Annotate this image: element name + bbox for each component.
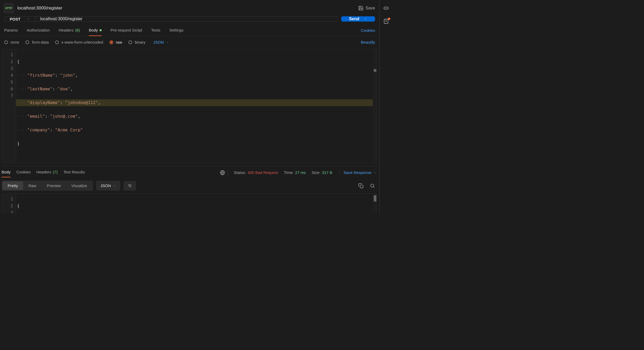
time-value: 27 ms (295, 170, 306, 175)
view-raw[interactable]: Raw (23, 181, 41, 190)
view-visualize[interactable]: Visualize (66, 181, 92, 190)
tab-pre-request[interactable]: Pre-request Script (111, 25, 142, 36)
chevron-down-icon (113, 184, 116, 187)
time-meta: Time: 27 ms (284, 170, 306, 175)
radio-icon (128, 40, 132, 44)
size-meta: Size: 317 B (312, 170, 333, 175)
svg-line-5 (373, 187, 375, 188)
view-pretty[interactable]: Pretty (2, 181, 23, 190)
tab-params[interactable]: Params (4, 25, 18, 36)
radio-icon (25, 40, 29, 44)
chevron-down-icon (27, 17, 30, 20)
save-icon (358, 6, 363, 11)
response-body-editor[interactable]: 12345 { "errors": [ "\"displayName\" mus… (2, 193, 377, 213)
tab-body-label: Body (89, 28, 98, 32)
request-body-editor[interactable]: 1234567 { ····"firstName":·"john", ····"… (2, 49, 377, 163)
response-bar: Body Cookies Headers (7) Test Results St… (0, 166, 379, 178)
body-type-urlencoded[interactable]: x-www-form-urlencoded (55, 40, 103, 44)
tab-authorization[interactable]: Authorization (27, 25, 50, 36)
resp-tab-cookies[interactable]: Cookies (16, 168, 30, 177)
radio-icon (55, 40, 59, 44)
request-title: localhost:3000/register (17, 6, 62, 11)
save-response-button[interactable]: Save Response (340, 170, 377, 175)
chevron-down-icon (166, 41, 169, 44)
body-type-raw[interactable]: raw (110, 40, 122, 44)
size-value: 317 B (322, 170, 332, 175)
code-snippet-button[interactable] (383, 5, 389, 11)
chevron-down-icon (364, 17, 367, 20)
url-input[interactable]: localhost:3000/register (35, 17, 338, 21)
body-type-row: none form-data x-www-form-urlencoded raw… (0, 36, 379, 48)
tab-body[interactable]: Body (89, 25, 101, 36)
svg-rect-3 (360, 185, 363, 188)
resp-tab-headers-label: Headers (36, 170, 51, 174)
save-button[interactable]: Save (358, 6, 375, 11)
status-meta: Status: 400 Bad Request (234, 170, 278, 175)
modified-dot-icon (100, 29, 102, 31)
view-preview[interactable]: Preview (41, 181, 66, 190)
response-format-label: JSON (100, 183, 111, 188)
tab-headers-count: (8) (75, 28, 80, 32)
wrap-lines-button[interactable] (123, 181, 136, 191)
body-type-binary-label: binary (135, 40, 146, 44)
search-response-button[interactable] (368, 182, 377, 190)
tab-headers-label: Headers (59, 28, 74, 32)
response-view-row: Pretty Raw Preview Visualize JSON (0, 178, 379, 193)
body-type-none-label: none (11, 40, 19, 44)
send-label: Send (349, 17, 359, 21)
body-format-label: JSON (153, 40, 164, 44)
status-value: 400 Bad Request (248, 170, 278, 175)
radio-icon (4, 40, 8, 44)
status-label: Status: (234, 170, 246, 175)
editor-code[interactable]: { ····"firstName":·"john", ····"lastName… (16, 49, 373, 163)
resp-tab-test-results[interactable]: Test Results (63, 168, 85, 177)
body-type-form-data[interactable]: form-data (25, 40, 49, 44)
url-row: POST localhost:3000/register Send (0, 16, 379, 22)
request-tabs: Params Authorization Headers (8) Body Pr… (0, 25, 379, 36)
editor-gutter: 12345 (2, 194, 16, 213)
resp-tab-headers[interactable]: Headers (7) (36, 168, 58, 177)
save-label: Save (366, 6, 375, 11)
notification-dot-icon (388, 18, 390, 20)
response-format-select[interactable]: JSON (96, 181, 120, 191)
body-type-binary[interactable]: binary (128, 40, 146, 44)
request-tab-header: HTTP localhost:3000/register Save (0, 0, 379, 16)
tab-settings[interactable]: Settings (169, 25, 183, 36)
url-box: POST localhost:3000/register (4, 16, 338, 22)
copy-response-button[interactable] (357, 182, 365, 190)
editor-gutter: 1234567 (2, 49, 16, 163)
info-panel-button[interactable] (383, 18, 389, 24)
size-label: Size: (312, 170, 320, 175)
body-type-form-data-label: form-data (32, 40, 49, 44)
beautify-button[interactable]: Beautify (361, 40, 375, 44)
send-button[interactable]: Send (341, 16, 375, 22)
right-sidebar (380, 0, 393, 213)
tab-headers[interactable]: Headers (8) (59, 25, 80, 36)
http-icon: HTTP (4, 3, 14, 13)
body-format-select[interactable]: JSON (153, 40, 169, 44)
time-label: Time: (284, 170, 294, 175)
main-panel: HTTP localhost:3000/register Save POST l… (0, 0, 380, 213)
svg-point-4 (371, 184, 374, 187)
resp-tab-body[interactable]: Body (2, 168, 11, 177)
minimap[interactable] (373, 49, 376, 163)
network-info-button[interactable] (220, 170, 228, 175)
method-value: POST (10, 17, 20, 21)
save-response-label: Save Response (344, 170, 371, 175)
minimap[interactable] (373, 194, 376, 213)
body-type-none[interactable]: none (4, 40, 19, 44)
view-mode-segmented: Pretty Raw Preview Visualize (2, 181, 93, 191)
chevron-down-icon (373, 171, 377, 174)
radio-icon (110, 40, 113, 44)
body-type-raw-label: raw (116, 40, 122, 44)
cookies-link[interactable]: Cookies (361, 25, 375, 36)
resp-tab-headers-count: (7) (53, 170, 58, 174)
tab-tests[interactable]: Tests (151, 25, 160, 36)
wrap-icon (127, 184, 132, 188)
body-type-urlencoded-label: x-www-form-urlencoded (61, 40, 103, 44)
method-select[interactable]: POST (4, 17, 35, 21)
editor-code[interactable]: { "errors": [ "\"displayName\" must only… (16, 194, 373, 213)
